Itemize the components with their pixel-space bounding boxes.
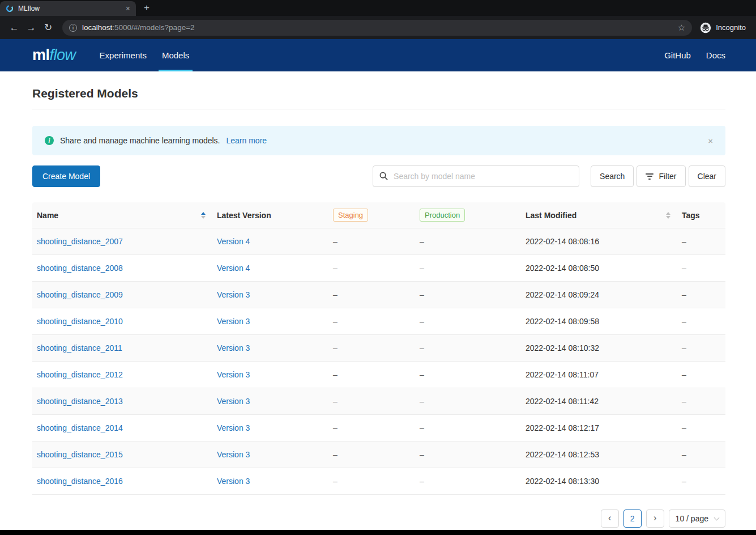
model-name-link[interactable]: shooting_distance_2011 bbox=[37, 343, 122, 353]
production-tag: Production bbox=[420, 209, 465, 222]
tags-value: – bbox=[676, 317, 725, 326]
production-value: – bbox=[414, 397, 520, 406]
tags-value: – bbox=[676, 477, 725, 486]
toolbar-row: Create Model Search Filter Clear bbox=[32, 165, 725, 187]
table-row: shooting_distance_2008 Version 4 – – 202… bbox=[32, 255, 725, 282]
search-button[interactable]: Search bbox=[591, 165, 634, 187]
bookmark-star-icon[interactable]: ☆ bbox=[678, 23, 685, 33]
model-name-link[interactable]: shooting_distance_2010 bbox=[37, 317, 123, 326]
reload-icon[interactable]: ↻ bbox=[40, 22, 57, 33]
nav-models[interactable]: Models bbox=[162, 39, 189, 71]
page-info-icon[interactable]: i bbox=[69, 24, 77, 32]
last-modified-value: 2022-02-14 08:09:24 bbox=[520, 290, 676, 299]
new-tab-button[interactable]: + bbox=[144, 2, 150, 14]
learn-more-link[interactable]: Learn more bbox=[227, 136, 267, 145]
column-header-name[interactable]: Name bbox=[32, 211, 211, 220]
tags-column-label: Tags bbox=[682, 211, 700, 220]
table-body: shooting_distance_2007 Version 4 – – 202… bbox=[32, 228, 725, 495]
production-value: – bbox=[414, 264, 520, 273]
back-icon[interactable]: ← bbox=[6, 22, 23, 33]
banner-close-icon[interactable]: × bbox=[708, 136, 713, 146]
sort-carets-icon bbox=[666, 212, 670, 219]
tags-value: – bbox=[676, 423, 725, 432]
model-version-link[interactable]: Version 3 bbox=[217, 343, 250, 353]
table-header: Name Latest Version Staging Production L… bbox=[32, 202, 725, 228]
tags-value: – bbox=[676, 370, 725, 379]
filter-icon bbox=[646, 173, 654, 180]
model-name-link[interactable]: shooting_distance_2008 bbox=[37, 264, 123, 273]
filter-button[interactable]: Filter bbox=[637, 165, 685, 187]
models-table: Name Latest Version Staging Production L… bbox=[32, 202, 725, 495]
model-name-link[interactable]: shooting_distance_2016 bbox=[37, 477, 123, 486]
mlflow-favicon-icon bbox=[6, 5, 14, 12]
page-size-value: 10 / page bbox=[676, 514, 708, 523]
model-name-link[interactable]: shooting_distance_2007 bbox=[37, 237, 123, 246]
url-host: localhost bbox=[82, 23, 112, 32]
tab-title: MLflow bbox=[18, 5, 121, 12]
tags-value: – bbox=[676, 343, 725, 353]
last-modified-value: 2022-02-14 08:11:07 bbox=[520, 370, 676, 379]
column-header-latest-version: Latest Version bbox=[211, 211, 327, 220]
page-content: Registered Models i Share and manage mac… bbox=[0, 87, 756, 528]
table-row: shooting_distance_2012 Version 3 – – 202… bbox=[32, 362, 725, 388]
page-title: Registered Models bbox=[32, 87, 725, 100]
staging-value: – bbox=[327, 450, 414, 459]
nav-experiments[interactable]: Experiments bbox=[100, 39, 147, 71]
create-model-button[interactable]: Create Model bbox=[32, 165, 100, 187]
model-version-link[interactable]: Version 4 bbox=[217, 237, 250, 246]
staging-value: – bbox=[327, 477, 414, 486]
mlflow-logo[interactable]: mlflow bbox=[32, 46, 76, 64]
table-row: shooting_distance_2011 Version 3 – – 202… bbox=[32, 335, 725, 362]
column-header-tags: Tags bbox=[676, 211, 725, 220]
model-version-link[interactable]: Version 3 bbox=[217, 397, 250, 406]
forward-icon[interactable]: → bbox=[23, 22, 40, 33]
model-name-link[interactable]: shooting_distance_2012 bbox=[37, 370, 123, 379]
model-version-link[interactable]: Version 3 bbox=[217, 477, 250, 486]
table-row: shooting_distance_2009 Version 3 – – 202… bbox=[32, 282, 725, 308]
staging-tag: Staging bbox=[333, 209, 368, 222]
last-modified-value: 2022-02-14 08:12:53 bbox=[520, 450, 676, 459]
search-box bbox=[373, 165, 579, 187]
logo-flow: flow bbox=[50, 46, 76, 63]
last-modified-value: 2022-02-14 08:11:42 bbox=[520, 397, 676, 406]
current-page-button[interactable]: 2 bbox=[623, 509, 642, 528]
nav-github[interactable]: GitHub bbox=[664, 39, 691, 71]
filter-label: Filter bbox=[659, 172, 676, 181]
url-path: :5000/#/models?page=2 bbox=[112, 23, 194, 32]
clear-button[interactable]: Clear bbox=[689, 165, 725, 187]
model-version-link[interactable]: Version 3 bbox=[217, 423, 250, 432]
model-name-link[interactable]: shooting_distance_2013 bbox=[37, 397, 123, 406]
chevron-down-icon bbox=[714, 515, 720, 520]
search-input[interactable] bbox=[373, 165, 579, 187]
incognito-icon bbox=[700, 22, 711, 33]
page-size-select[interactable]: 10 / page bbox=[669, 509, 725, 528]
table-row: shooting_distance_2014 Version 3 – – 202… bbox=[32, 415, 725, 441]
nav-docs[interactable]: Docs bbox=[706, 39, 725, 71]
last-modified-value: 2022-02-14 08:10:32 bbox=[520, 343, 676, 353]
model-version-link[interactable]: Version 4 bbox=[217, 264, 250, 273]
url-text: localhost:5000/#/models?page=2 bbox=[82, 23, 673, 32]
staging-value: – bbox=[327, 370, 414, 379]
last-modified-value: 2022-02-14 08:13:30 bbox=[520, 477, 676, 486]
production-value: – bbox=[414, 343, 520, 353]
table-row: shooting_distance_2016 Version 3 – – 202… bbox=[32, 468, 725, 495]
production-value: – bbox=[414, 317, 520, 326]
model-name-link[interactable]: shooting_distance_2009 bbox=[37, 290, 123, 299]
info-banner: i Share and manage machine learning mode… bbox=[32, 126, 725, 155]
model-version-link[interactable]: Version 3 bbox=[217, 450, 250, 459]
staging-value: – bbox=[327, 423, 414, 432]
pagination: ‹ 2 › 10 / page bbox=[32, 509, 725, 528]
next-page-button[interactable]: › bbox=[646, 509, 664, 528]
model-version-link[interactable]: Version 3 bbox=[217, 317, 250, 326]
model-name-link[interactable]: shooting_distance_2014 bbox=[37, 423, 123, 432]
address-bar[interactable]: i localhost:5000/#/models?page=2 ☆ bbox=[62, 20, 692, 36]
column-header-last-modified[interactable]: Last Modified bbox=[520, 211, 676, 220]
incognito-label: Incognito bbox=[716, 23, 746, 32]
prev-page-button[interactable]: ‹ bbox=[601, 509, 619, 528]
tab-close-icon[interactable]: × bbox=[126, 4, 130, 13]
model-version-link[interactable]: Version 3 bbox=[217, 370, 250, 379]
model-version-link[interactable]: Version 3 bbox=[217, 290, 250, 299]
production-value: – bbox=[414, 237, 520, 246]
model-name-link[interactable]: shooting_distance_2015 bbox=[37, 450, 123, 459]
browser-tab[interactable]: MLflow × bbox=[0, 1, 136, 16]
